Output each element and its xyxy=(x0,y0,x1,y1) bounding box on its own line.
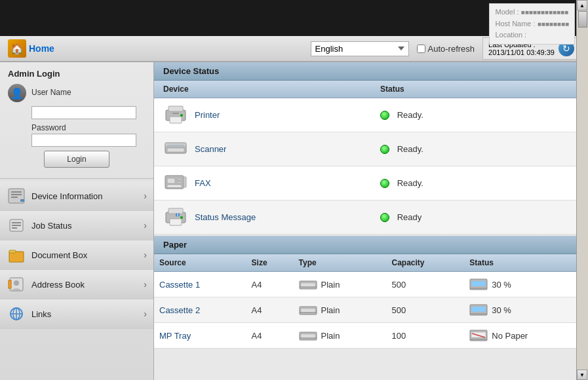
table-row: FAX Ready. xyxy=(154,166,588,200)
paper-table: Source Size Type Capacity Status Cassett… xyxy=(154,254,588,349)
location-label: Location : xyxy=(495,31,526,39)
sidebar-item-job-status[interactable]: Job Status › xyxy=(0,211,153,240)
sidebar-item-links[interactable]: Links › xyxy=(0,299,153,329)
job-icon xyxy=(7,216,26,235)
printer-status: Ready. xyxy=(397,110,423,120)
paper-size: A4 xyxy=(246,272,294,297)
svg-rect-30 xyxy=(177,181,182,183)
device-status-table: Device Status xyxy=(154,81,588,235)
svg-rect-49 xyxy=(471,307,486,312)
content-area: Device Status Device Status xyxy=(154,62,588,380)
paper-size: A4 xyxy=(246,323,294,349)
col-paper-status: Status xyxy=(464,254,588,272)
paper-capacity: 500 xyxy=(387,297,465,323)
table-row: Status Message Ready xyxy=(154,200,588,235)
table-row: Cassette 1 A4 Plain 500 xyxy=(154,272,588,297)
paper-capacity: 500 xyxy=(387,272,465,297)
sidebar-item-label-device-information: Device Information xyxy=(31,191,144,201)
table-row: Scanner Ready. xyxy=(154,132,588,166)
svg-point-36 xyxy=(180,216,183,219)
paper-status: 30 % xyxy=(492,305,511,315)
table-row: MP Tray A4 Plain 100 xyxy=(154,323,588,349)
fax-status: Ready. xyxy=(397,178,423,188)
col-type: Type xyxy=(294,254,387,272)
table-row: Printer Ready. xyxy=(154,98,588,132)
password-input[interactable] xyxy=(31,134,136,147)
status-message-status: Ready xyxy=(397,212,422,222)
col-device: Device xyxy=(154,81,371,98)
scanner-status: Ready. xyxy=(397,144,423,154)
svg-rect-13 xyxy=(9,280,11,288)
language-select[interactable]: English Japanese French German Spanish xyxy=(311,41,409,56)
svg-rect-2 xyxy=(11,194,22,195)
avatar-icon: 👤 xyxy=(8,84,26,102)
status-dot xyxy=(380,213,389,222)
chevron-right-icon: › xyxy=(144,279,147,290)
status-dot xyxy=(380,111,389,120)
col-capacity: Capacity xyxy=(387,254,465,272)
printer-icon xyxy=(163,104,188,126)
sidebar-item-document-box[interactable]: Document Box › xyxy=(0,240,153,270)
status-dot xyxy=(380,145,389,154)
status-msg-icon xyxy=(163,206,188,229)
svg-rect-25 xyxy=(167,148,184,152)
col-source: Source xyxy=(154,254,246,272)
model-value: ■■■■■■■■■■■■ xyxy=(521,9,568,16)
user-row: 👤 User Name xyxy=(8,84,146,102)
auto-refresh-checkbox[interactable] xyxy=(417,45,425,53)
svg-rect-3 xyxy=(11,197,18,198)
chevron-right-icon: › xyxy=(144,220,147,231)
svg-rect-40 xyxy=(301,283,315,287)
svg-rect-8 xyxy=(12,227,17,229)
col-status: Status xyxy=(371,81,588,98)
svg-rect-6 xyxy=(12,222,21,223)
svg-rect-1 xyxy=(11,191,22,193)
login-button[interactable]: Login xyxy=(44,151,109,168)
svg-rect-7 xyxy=(12,225,21,226)
paper-size: A4 xyxy=(246,297,294,323)
paper-header: Paper xyxy=(154,236,588,254)
tray-icon xyxy=(299,329,317,342)
svg-rect-43 xyxy=(471,281,486,286)
password-label: Password xyxy=(31,123,146,132)
sidebar-item-label-links: Links xyxy=(31,309,144,319)
tray-status-icon xyxy=(469,302,488,318)
svg-rect-34 xyxy=(168,208,183,214)
printer-name: Printer xyxy=(195,110,220,120)
admin-login-section: Admin Login 👤 User Name Password Login xyxy=(0,62,153,179)
paper-status: 30 % xyxy=(492,280,511,290)
paper-source: MP Tray xyxy=(159,331,191,341)
tray-icon xyxy=(299,303,317,316)
home-button[interactable]: 🏠 Home xyxy=(8,39,54,58)
paper-type: Plain xyxy=(321,331,340,341)
tray-status-icon xyxy=(469,276,488,292)
username-label: User Name xyxy=(31,88,71,97)
device-status-header: Device Status xyxy=(154,62,588,81)
paper-source: Cassette 1 xyxy=(159,280,200,290)
scroll-up-button[interactable]: ▲ xyxy=(577,0,587,10)
tray-icon xyxy=(299,278,317,291)
sidebar-item-device-information[interactable]: Device Information › xyxy=(0,181,153,211)
svg-rect-22 xyxy=(172,113,179,114)
paper-type: Plain xyxy=(321,280,340,290)
scroll-down-button[interactable]: ▼ xyxy=(577,370,587,380)
tray-empty-icon xyxy=(469,328,488,343)
username-input[interactable] xyxy=(31,106,136,119)
svg-rect-32 xyxy=(184,177,186,187)
scroll-thumb[interactable] xyxy=(578,11,587,28)
doc-icon xyxy=(7,246,26,264)
paper-status: No Paper xyxy=(492,331,528,341)
scanner-name: Scanner xyxy=(195,144,226,154)
sidebar-item-label-job-status: Job Status xyxy=(31,221,144,231)
chevron-right-icon: › xyxy=(144,309,147,319)
sidebar-item-address-book[interactable]: Address Book › xyxy=(0,270,153,299)
last-updated-value: 2013/11/01 03:49:39 xyxy=(488,48,555,56)
auto-refresh-label: Auto-refresh xyxy=(428,44,475,54)
status-dot xyxy=(380,179,389,188)
paper-capacity: 100 xyxy=(387,323,465,349)
fax-name: FAX xyxy=(195,178,211,188)
svg-rect-31 xyxy=(167,185,182,187)
svg-rect-28 xyxy=(167,178,175,183)
col-size: Size xyxy=(246,254,294,272)
svg-point-12 xyxy=(14,280,19,286)
